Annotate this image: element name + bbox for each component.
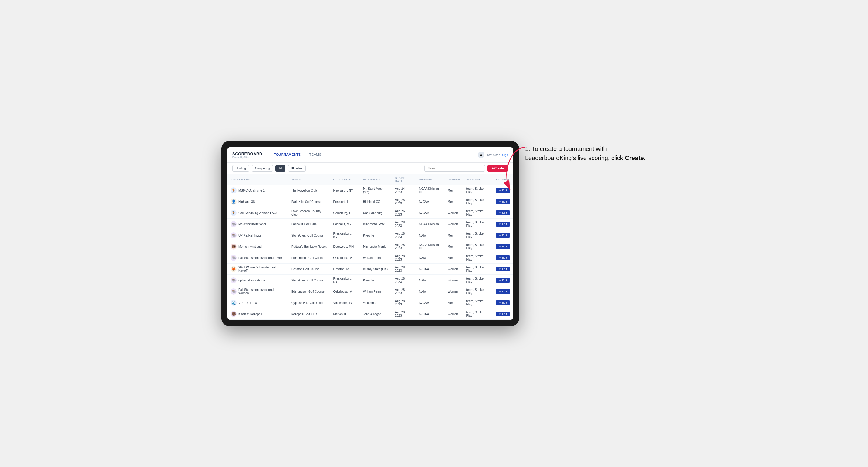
filter-icon-button[interactable]: ☰ Filter xyxy=(288,165,305,172)
team-icon: 👤 xyxy=(230,198,237,205)
edit-button[interactable]: ✏ Edit xyxy=(496,222,510,226)
logo-sub: Powered by Clippit xyxy=(232,156,250,158)
table-body: 🏌 MSMC Qualifying 1 The Powelton Club Ne… xyxy=(227,185,513,320)
toolbar: Hosting Competing All ☰ Filter + Create xyxy=(227,163,513,174)
event-name: Klash at Kokopelli xyxy=(239,312,263,316)
search-input[interactable] xyxy=(424,165,485,172)
edit-button[interactable]: ✏ Edit xyxy=(496,278,510,283)
venue-cell: Park Hills Golf Course xyxy=(288,196,330,207)
table-row: 🐃 UPIKE Fall Invite StoneCrest Golf Cour… xyxy=(227,230,513,241)
event-name: MSMC Qualifying 1 xyxy=(239,189,265,192)
city-state-cell: Hesston, KS xyxy=(330,263,360,275)
settings-icon[interactable]: ⚙ xyxy=(478,152,485,158)
event-name-cell: 🐃 upike fall invitational xyxy=(227,275,288,286)
city-state-cell: Faribault, MN xyxy=(330,219,360,230)
edit-button[interactable]: ✏ Edit xyxy=(496,267,510,272)
gender-cell: Men xyxy=(445,230,463,241)
edit-button[interactable]: ✏ Edit xyxy=(496,199,510,204)
edit-icon: ✏ xyxy=(499,268,501,271)
actions-cell: ✏ Edit xyxy=(493,297,513,309)
team-icon: 🦊 xyxy=(230,266,237,272)
nav-tabs: TOURNAMENTS TEAMS xyxy=(270,150,326,159)
create-button[interactable]: + Create xyxy=(488,165,508,172)
all-filter-button[interactable]: All xyxy=(276,165,285,172)
col-event-name: EVENT NAME xyxy=(227,174,288,185)
city-state-cell: Prestonsburg, KY xyxy=(330,275,360,286)
hosting-filter-button[interactable]: Hosting xyxy=(232,165,249,172)
table-row: 🦊 2023 Women's Hesston Fall Kickoff Hess… xyxy=(227,263,513,275)
city-state-cell: Newburgh, NY xyxy=(330,185,360,196)
tablet-device: SCOREBOARD Powered by Clippit TOURNAMENT… xyxy=(221,141,519,326)
annotation-text: 1. To create a tournament with Leaderboa… xyxy=(525,141,647,162)
city-state-cell: Marion, IL xyxy=(330,309,360,320)
col-actions: ACTIONS xyxy=(493,174,513,185)
col-division: DIVISION xyxy=(416,174,445,185)
event-name-cell: 🐻 Klash at Kokopelli xyxy=(227,309,288,320)
venue-cell: Kokopelli Golf Club xyxy=(288,309,330,320)
gender-cell: Men xyxy=(445,196,463,207)
hosted-by-cell: Mt. Saint Mary (NY) xyxy=(360,185,392,196)
hosted-by-cell: Pikeville xyxy=(360,230,392,241)
team-icon: 🐃 xyxy=(230,221,237,227)
event-name-cell: 🌊 VU PREVIEW xyxy=(227,297,288,309)
edit-button[interactable]: ✏ Edit xyxy=(496,233,510,238)
gender-cell: Women xyxy=(445,263,463,275)
start-date-cell: Aug 28, 2023 xyxy=(392,230,416,241)
division-cell: NAIA xyxy=(416,286,445,297)
col-city-state: CITY, STATE xyxy=(330,174,360,185)
col-venue: VENUE xyxy=(288,174,330,185)
gender-cell: Women xyxy=(445,207,463,219)
edit-button[interactable]: ✏ Edit xyxy=(496,211,510,215)
division-cell: NCAA Division III xyxy=(416,185,445,196)
col-scoring: SCORING xyxy=(463,174,493,185)
edit-icon: ✏ xyxy=(499,290,501,293)
event-name-cell: 🦊 2023 Women's Hesston Fall Kickoff xyxy=(227,263,288,275)
venue-cell: Lake Bracken Country Club xyxy=(288,207,330,219)
edit-button[interactable]: ✏ Edit xyxy=(496,312,510,316)
venue-cell: Faribault Golf Club xyxy=(288,219,330,230)
hosted-by-cell: Pikeville xyxy=(360,275,392,286)
hosted-by-cell: Minnesota-Morris xyxy=(360,241,392,252)
sign-out-link[interactable]: Sign xyxy=(502,153,508,157)
edit-button[interactable]: ✏ Edit xyxy=(496,244,510,249)
venue-cell: StoneCrest Golf Course xyxy=(288,230,330,241)
division-cell: NJCAA II xyxy=(416,263,445,275)
team-icon: 🐃 xyxy=(230,277,237,283)
venue-cell: Edmundson Golf Course xyxy=(288,286,330,297)
team-icon: 🐃 xyxy=(230,232,237,238)
col-hosted-by: HOSTED BY xyxy=(360,174,392,185)
scoring-cell: team, Stroke Play xyxy=(463,230,493,241)
gender-cell: Men xyxy=(445,241,463,252)
edit-icon: ✏ xyxy=(499,211,501,214)
gender-cell: Women xyxy=(445,309,463,320)
division-cell: NJCAA I xyxy=(416,196,445,207)
division-cell: NJCAA II xyxy=(416,297,445,309)
table-row: 🏌 Carl Sandburg Women FA23 Lake Bracken … xyxy=(227,207,513,219)
event-name-cell: 🐃 UPIKE Fall Invite xyxy=(227,230,288,241)
edit-button[interactable]: ✏ Edit xyxy=(496,188,510,193)
gender-cell: Men xyxy=(445,185,463,196)
actions-cell: ✏ Edit xyxy=(493,263,513,275)
hosted-by-cell: Highland CC xyxy=(360,196,392,207)
competing-filter-button[interactable]: Competing xyxy=(252,165,273,172)
edit-icon: ✏ xyxy=(499,256,501,259)
division-cell: NAIA xyxy=(416,275,445,286)
edit-button[interactable]: ✏ Edit xyxy=(496,300,510,305)
team-icon: 🏌 xyxy=(230,210,237,216)
team-icon: 🐻 xyxy=(230,244,237,250)
events-table: EVENT NAME VENUE CITY, STATE HOSTED BY S… xyxy=(227,174,513,320)
team-icon: 🌊 xyxy=(230,300,237,306)
city-state-cell: Oskaloosa, IA xyxy=(330,286,360,297)
table-row: 🐃 Fall Statesmen Invitational - Men Edmu… xyxy=(227,252,513,263)
edit-button[interactable]: ✏ Edit xyxy=(496,289,510,294)
annotation-text-bold: Create xyxy=(625,155,644,161)
table-header: EVENT NAME VENUE CITY, STATE HOSTED BY S… xyxy=(227,174,513,185)
table-row: 🐻 Morris Invitational Ruttger's Bay Lake… xyxy=(227,241,513,252)
tab-teams[interactable]: TEAMS xyxy=(305,150,326,159)
tab-tournaments[interactable]: TOURNAMENTS xyxy=(270,150,305,159)
hosted-by-cell: Vincennes xyxy=(360,297,392,309)
table-row: 👤 Highland 36 Park Hills Golf Course Fre… xyxy=(227,196,513,207)
edit-button[interactable]: ✏ Edit xyxy=(496,255,510,260)
actions-cell: ✏ Edit xyxy=(493,207,513,219)
team-icon: 🐃 xyxy=(230,288,237,294)
